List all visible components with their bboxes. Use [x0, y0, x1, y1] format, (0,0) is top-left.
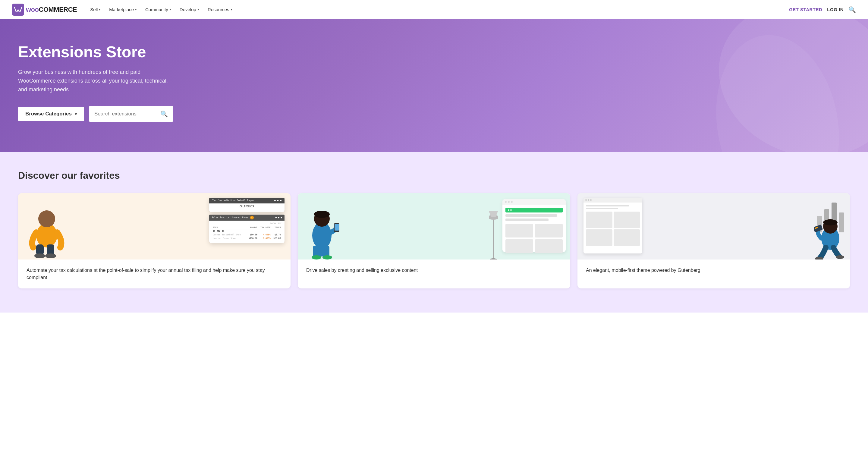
theme-card-description: An elegant, mobile-first theme powered b…	[586, 267, 841, 274]
login-button[interactable]: LOG IN	[827, 7, 844, 12]
nav-item-resources[interactable]: Resources ▾	[204, 4, 236, 14]
hero-actions: Browse Categories ▾ 🔍	[18, 106, 229, 122]
favorites-title: Discover our favorites	[18, 170, 850, 181]
svg-rect-2	[36, 245, 44, 255]
favorites-section: Discover our favorites	[0, 152, 868, 313]
svg-point-10	[312, 255, 321, 259]
cards-row: Tax Jurisdiction Detail Report ● ● ● CAL…	[18, 193, 850, 288]
svg-rect-13	[335, 224, 339, 230]
search-box: 🔍	[89, 106, 173, 122]
svg-point-4	[34, 253, 45, 258]
tax-card-body: Automate your tax calculations at the po…	[18, 259, 290, 288]
svg-point-8	[314, 211, 330, 218]
logo-icon	[12, 4, 24, 16]
sales-person-illustration	[304, 199, 340, 259]
develop-chevron-icon: ▾	[197, 7, 199, 11]
theme-person-illustration	[814, 211, 847, 259]
nav-item-sell[interactable]: Sell ▾	[87, 4, 104, 14]
nav-links: Sell ▾ Marketplace ▾ Community ▾ Develop…	[87, 4, 789, 14]
search-extensions-icon[interactable]: 🔍	[160, 110, 168, 118]
tax-card[interactable]: Tax Jurisdiction Detail Report ● ● ● CAL…	[18, 193, 290, 288]
svg-point-11	[322, 255, 332, 259]
logo[interactable]: wooCOMMERCE	[12, 4, 77, 16]
hero-section: Extensions Store Grow your business with…	[0, 19, 868, 152]
browse-categories-button[interactable]: Browse Categories ▾	[18, 107, 84, 121]
nav-actions: GET STARTED LOG IN 🔍	[789, 6, 856, 13]
svg-rect-9	[313, 246, 330, 256]
sales-card-image: ▶ ■	[298, 193, 570, 259]
nav-item-community[interactable]: Community ▾	[142, 4, 175, 14]
community-chevron-icon: ▾	[169, 7, 171, 11]
svg-point-21	[836, 255, 844, 259]
hero-content: Extensions Store Grow your business with…	[18, 43, 229, 122]
theme-card[interactable]: An elegant, mobile-first theme powered b…	[578, 193, 850, 288]
search-extensions-input[interactable]	[94, 111, 157, 117]
tax-person-illustration	[27, 202, 66, 259]
svg-point-1	[38, 210, 55, 227]
browse-chevron-icon: ▾	[75, 112, 77, 116]
navbar: wooCOMMERCE Sell ▾ Marketplace ▾ Communi…	[0, 0, 868, 19]
tax-card-description: Automate your tax calculations at the po…	[27, 267, 282, 281]
resources-chevron-icon: ▾	[230, 7, 232, 11]
svg-point-5	[45, 253, 56, 258]
search-icon[interactable]: 🔍	[848, 6, 856, 13]
sales-card-description: Drive sales by creating and selling excl…	[306, 267, 562, 274]
svg-rect-3	[47, 245, 54, 255]
nav-item-develop[interactable]: Develop ▾	[176, 4, 203, 14]
theme-card-image	[578, 193, 850, 259]
nav-item-marketplace[interactable]: Marketplace ▾	[105, 4, 141, 14]
svg-point-15	[490, 258, 497, 259]
sell-chevron-icon: ▾	[99, 7, 101, 11]
hero-description: Grow your business with hundreds of free…	[18, 68, 175, 94]
get-started-button[interactable]: GET STARTED	[789, 7, 822, 12]
sales-card-body: Drive sales by creating and selling excl…	[298, 259, 570, 281]
hero-title: Extensions Store	[18, 43, 229, 61]
report-title: Tax Jurisdiction Detail Report	[212, 199, 256, 202]
sales-card[interactable]: ▶ ■	[298, 193, 570, 288]
svg-point-19	[823, 219, 838, 225]
theme-card-body: An elegant, mobile-first theme powered b…	[578, 259, 850, 281]
lamp-illustration	[489, 205, 498, 259]
svg-rect-14	[493, 217, 494, 259]
marketplace-chevron-icon: ▾	[135, 7, 137, 11]
tax-card-image: Tax Jurisdiction Detail Report ● ● ● CAL…	[18, 193, 290, 259]
logo-text: wooCOMMERCE	[26, 6, 77, 13]
